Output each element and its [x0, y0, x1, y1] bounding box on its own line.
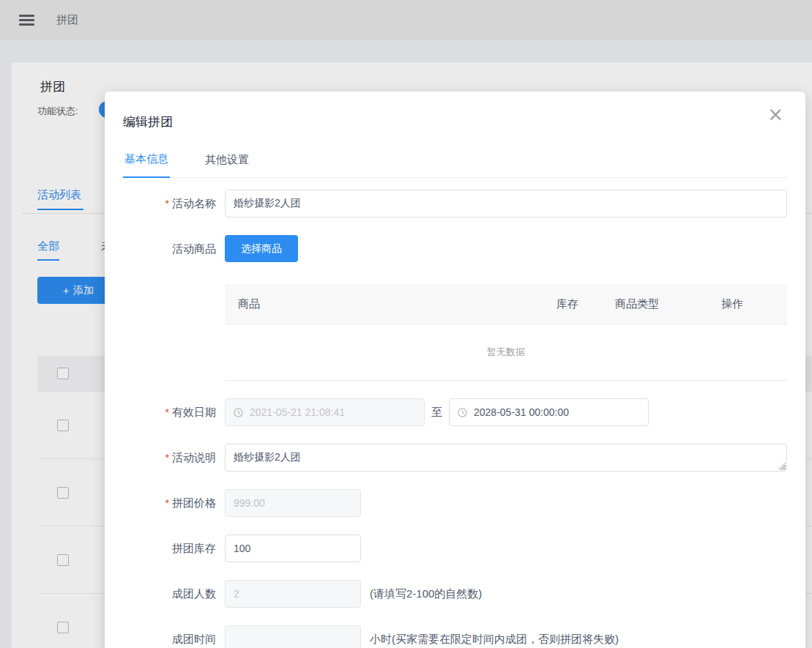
group-size-hint: (请填写2-100的自然数)	[370, 580, 482, 608]
modal-header: 编辑拼团 ×	[105, 92, 805, 130]
end-date-input[interactable]	[474, 406, 641, 418]
form-row-group-price: *拼团价格	[123, 489, 787, 517]
start-date-input[interactable]	[250, 406, 417, 418]
group-time-label: 成团时间	[123, 625, 216, 648]
empty-data-text: 暂无数据	[225, 324, 787, 380]
form-row-group-size: 成团人数 (请填写2-100的自然数)	[123, 580, 787, 608]
activity-desc-label: *活动说明	[123, 444, 216, 472]
modal-form: *活动名称 活动商品 选择商品 商品 库存 商品类型 操作	[105, 178, 805, 648]
form-row-valid-date: *有效日期 至	[123, 398, 787, 426]
group-price-input[interactable]	[225, 489, 361, 517]
form-row-activity-product: 活动商品 选择商品 商品 库存 商品类型 操作 暂无数据	[123, 235, 787, 381]
date-separator: 至	[431, 398, 442, 426]
col-type: 商品类型	[615, 297, 721, 311]
group-size-label: 成团人数	[123, 580, 216, 608]
valid-date-label: *有效日期	[123, 398, 216, 426]
end-date-picker[interactable]	[449, 398, 649, 426]
required-asterisk: *	[165, 497, 169, 509]
close-icon[interactable]: ×	[767, 105, 783, 124]
modal-title: 编辑拼团	[123, 115, 173, 129]
activity-name-label: *活动名称	[123, 190, 216, 217]
group-size-input[interactable]	[225, 580, 361, 608]
group-price-label: *拼团价格	[123, 489, 216, 517]
clock-icon	[233, 407, 244, 418]
tab-basic-info[interactable]: 基本信息	[123, 146, 170, 178]
form-row-group-time: 成团时间 小时(买家需要在限定时间内成团，否则拼团将失败)	[123, 625, 787, 648]
activity-desc-textarea[interactable]	[225, 444, 787, 472]
activity-product-label: 活动商品	[123, 235, 216, 381]
form-row-group-stock: 拼团库存	[123, 535, 787, 562]
product-table-header: 商品 库存 商品类型 操作	[225, 284, 787, 324]
required-asterisk: *	[165, 198, 169, 209]
form-row-activity-name: *活动名称	[123, 190, 787, 217]
group-stock-input[interactable]	[225, 535, 361, 562]
col-stock: 库存	[556, 297, 615, 311]
select-product-button[interactable]: 选择商品	[225, 235, 298, 262]
form-row-activity-desc: *活动说明	[123, 444, 787, 472]
group-stock-label: 拼团库存	[123, 535, 216, 562]
activity-name-input[interactable]	[225, 190, 787, 217]
product-table: 商品 库存 商品类型 操作 暂无数据	[225, 284, 787, 381]
start-date-picker[interactable]	[225, 398, 425, 426]
required-asterisk: *	[165, 406, 169, 418]
group-time-hint: 小时(买家需要在限定时间内成团，否则拼团将失败)	[370, 625, 619, 648]
col-product: 商品	[225, 297, 556, 311]
edit-groupbuy-modal: 编辑拼团 × 基本信息 其他设置 *活动名称 活动商品 选择商品	[105, 92, 805, 648]
tab-other-settings[interactable]: 其他设置	[204, 146, 250, 177]
required-asterisk: *	[165, 452, 169, 463]
clock-icon	[457, 407, 468, 418]
modal-tabs: 基本信息 其他设置	[123, 146, 787, 178]
col-operation: 操作	[721, 297, 787, 311]
group-time-input[interactable]	[225, 625, 361, 648]
